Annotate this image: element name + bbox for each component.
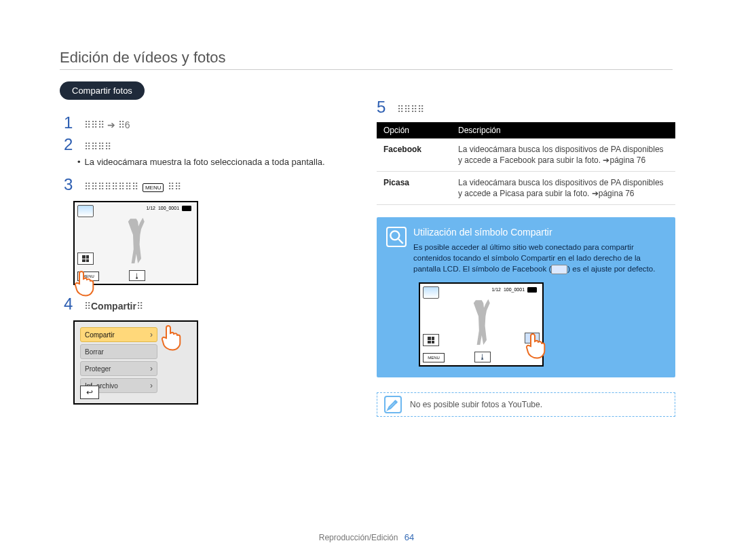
- tip-title: Utilización del símbolo Compartir: [413, 227, 663, 238]
- back-button-icon: ↩: [80, 386, 99, 399]
- step-text: ⠿⠿⠿⠿: [397, 104, 424, 115]
- chevron-right-icon: ›: [150, 330, 153, 339]
- thumbnail-icon: [77, 205, 94, 217]
- lcd-top-info: 1/12 100_0001: [146, 205, 191, 212]
- chevron-right-icon: ›: [150, 381, 153, 390]
- step-4: 4 ⠿Compartir⠿: [64, 295, 365, 314]
- lcd-preview: 1/12 100_0001 MENU ⭳: [419, 282, 544, 367]
- page-title: Edición de vídeos y fotos: [60, 49, 226, 67]
- battery-icon: [182, 206, 191, 211]
- lcd-preview: 1/12 100_0001 MENU ⭳: [73, 201, 198, 285]
- step-number: 2: [64, 135, 76, 154]
- touch-hand-icon: [159, 323, 183, 352]
- step-2: 2 ⠿⠿⠿⠿: [64, 135, 365, 154]
- lcd-counter: 1/12: [491, 287, 501, 292]
- step-text: ⠿⠿⠿⠿⠿⠿⠿⠿ MENU ⠿⠿: [84, 181, 181, 192]
- tip-body: Es posible acceder al último sitio web c…: [413, 242, 663, 274]
- step-text: ⠿Compartir⠿: [84, 301, 143, 312]
- lcd-counter: 1/12: [146, 206, 155, 210]
- note-icon: [384, 396, 402, 413]
- step-number: 3: [64, 175, 76, 194]
- thumbnail-icon: [423, 286, 439, 299]
- lcd-menu-button: MENU: [77, 272, 99, 281]
- magnifier-icon: [386, 227, 407, 247]
- footer-page-number: 64: [405, 532, 414, 542]
- facebook-icon: [551, 265, 567, 274]
- grid-toggle-icon: [423, 334, 439, 346]
- battery-icon: [527, 287, 537, 293]
- step-1: 1 ⠿⠿⠿ ➔ ⠿6: [64, 113, 365, 132]
- desc-cell: La videocámara busca los dispositivos de…: [451, 172, 675, 205]
- step-3: 3 ⠿⠿⠿⠿⠿⠿⠿⠿ MENU ⠿⠿: [64, 175, 365, 194]
- desc-cell: La videocámara busca los dispositivos de…: [451, 138, 675, 172]
- table-header-option: Opción: [377, 122, 451, 138]
- share-icon: [525, 333, 540, 343]
- lcd-subject: [122, 216, 149, 263]
- grid-toggle-icon: [77, 253, 94, 265]
- footer-section: Reproducción/Edición: [319, 533, 398, 542]
- table-header-desc: Descripción: [451, 122, 675, 138]
- lcd-download-icon: ⭳: [129, 270, 145, 281]
- svg-point-0: [390, 231, 399, 240]
- right-column: 5 ⠿⠿⠿⠿ Opción Descripción Facebook La vi…: [377, 95, 675, 417]
- step-5: 5 ⠿⠿⠿⠿: [377, 98, 675, 117]
- lcd-fileid: 100_0001: [158, 206, 179, 210]
- menu-badge: MENU: [143, 183, 164, 192]
- menu-item-share: Compartir›: [80, 327, 157, 342]
- lcd-download-icon: ⭳: [474, 352, 491, 362]
- option-cell: Picasa: [377, 172, 451, 205]
- step-2-bullet: La videocámara muestra la foto seleccion…: [77, 157, 365, 167]
- step-number: 4: [64, 295, 76, 314]
- table-row: Picasa La videocámara busca los disposit…: [377, 172, 675, 205]
- section-pill: Compartir fotos: [60, 81, 145, 100]
- step-text: ⠿⠿⠿⠿: [84, 141, 111, 152]
- option-cell: Facebook: [377, 138, 451, 172]
- table-row: Facebook La videocámara busca los dispos…: [377, 138, 675, 172]
- tip-box: Utilización del símbolo Compartir Es pos…: [377, 217, 675, 377]
- bullet-text: La videocámara muestra la foto seleccion…: [85, 157, 325, 167]
- page-footer: Reproducción/Edición 64: [0, 532, 733, 542]
- lcd-top-info: 1/12 100_0001: [491, 286, 537, 293]
- left-column: Compartir fotos 1 ⠿⠿⠿ ➔ ⠿6 2 ⠿⠿⠿⠿ La vid…: [60, 81, 365, 414]
- menu-screenshot: Compartir› Borrar Proteger› Inf. archivo…: [73, 320, 198, 405]
- menu-item-protect: Proteger›: [80, 361, 157, 376]
- title-divider: [60, 69, 673, 70]
- step-number: 1: [64, 113, 76, 132]
- note-text: No es posible subir fotos a YouTube.: [410, 400, 542, 409]
- options-table: Opción Descripción Facebook La videocáma…: [377, 122, 675, 205]
- step-text: ⠿⠿⠿ ➔ ⠿6: [84, 119, 130, 130]
- note-box: No es posible subir fotos a YouTube.: [377, 392, 675, 417]
- lcd-subject: [468, 297, 495, 345]
- lcd-fileid: 100_0001: [504, 287, 525, 292]
- step-number: 5: [377, 98, 389, 117]
- chevron-right-icon: ›: [150, 364, 153, 373]
- lcd-menu-button: MENU: [423, 353, 445, 362]
- menu-item-delete: Borrar: [80, 344, 157, 359]
